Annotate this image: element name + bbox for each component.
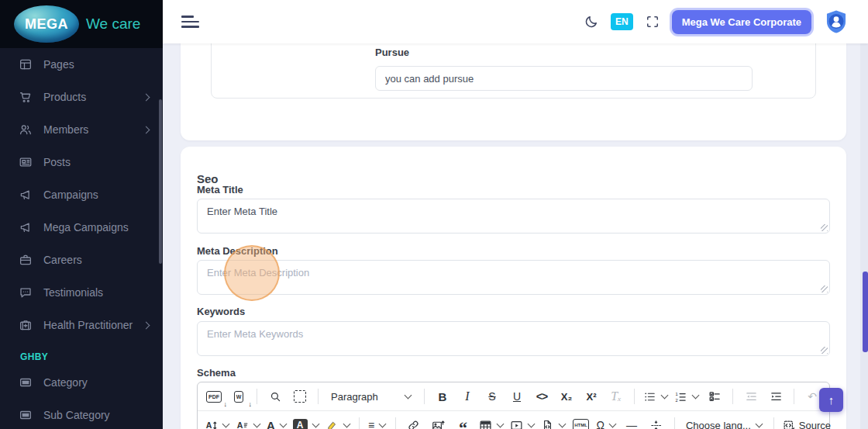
alignment-button[interactable]: ≡ [366,415,389,429]
top-header: EN Mega We Care Corporate [163,0,868,43]
highlight-button[interactable] [323,415,353,429]
toolbar-separator [424,389,425,404]
sidebar-section-label: GHBY [0,341,163,366]
export-pdf-button[interactable]: PDF [202,386,226,407]
indent-button[interactable] [764,386,787,407]
page-break-button[interactable] [645,415,668,429]
image-icon [432,419,445,429]
sidebar-item-pages[interactable]: Pages [0,48,163,81]
sidebar-menu: PagesProductsMembersPostsCampaignsMega C… [0,48,163,429]
horizontal-line-button[interactable]: — [620,415,643,429]
code-block-button[interactable] [539,415,568,429]
fontsize-icon: A [205,419,218,429]
sidebar-item-label: Members [43,123,88,136]
remove-format-button[interactable]: Tₓ [604,386,628,407]
sidebar-item-products[interactable]: Products [0,81,163,113]
sidebar-item-label: Category [43,376,88,389]
chevron-down-icon [496,420,504,428]
meta-description-input[interactable] [197,260,830,295]
html-embed-button[interactable]: HTML [570,415,593,429]
workspace-button[interactable]: Mega We Care Corporate [672,10,811,34]
scroll-to-top-button[interactable]: ↑ [819,388,843,412]
sidebar-item-category[interactable]: Category [0,366,163,399]
schema-richtext-editor: PDFWParagraphBISU<>X₂X²Tₓ12↶↷ AAAA≡“HTML… [197,382,830,429]
user-avatar[interactable] [823,9,849,35]
find-and-replace-button[interactable] [264,386,287,407]
megaphone-icon [19,188,33,202]
sidebar-item-members[interactable]: Members [0,113,163,146]
ol-icon: 12 [674,390,687,403]
pursue-input[interactable] [375,66,753,91]
insert-image-button[interactable] [427,415,450,429]
toolbar-separator [674,417,675,429]
select-all-button[interactable] [288,386,312,407]
media-embed-button[interactable] [508,415,537,429]
page-scrollbar-track[interactable] [860,43,868,429]
language-dropdown[interactable]: Choose lang... [681,415,767,429]
italic-button[interactable]: I [456,386,479,407]
source-button[interactable]: Source [780,415,833,429]
sidebar-item-sub-category[interactable]: Sub Category [0,399,163,429]
svg-text:A: A [206,420,212,429]
sidebar: MEGA We care PagesProductsMembersPostsCa… [0,0,163,429]
users-icon [19,123,33,137]
outdent-button[interactable] [739,386,763,407]
italic-button-glyph: I [465,390,469,403]
language-dropdown-label: Choose lang... [686,420,751,429]
toolbar-separator [794,389,794,404]
codeblock-icon [541,419,554,429]
dark-mode-moon-icon[interactable] [584,14,599,29]
font-family-button[interactable]: A [233,415,263,429]
svg-text:A: A [237,420,243,429]
code-button[interactable]: <> [530,386,553,407]
sidebar-item-careers[interactable]: Careers [0,244,163,276]
pagebreak-icon [649,419,663,429]
bulleted-list-button[interactable] [641,386,670,407]
sidebar-item-mega-campaigns[interactable]: Mega Campaigns [0,211,163,244]
font-size-button[interactable]: A [202,415,232,429]
logo-brand: MEGA [25,16,68,33]
font-background-button[interactable]: A [291,415,322,429]
select-all-button-icon [294,390,306,403]
font-color-button[interactable]: A [264,415,289,429]
sidebar-item-label: Mega Campaigns [43,221,129,234]
sidebar-item-campaigns[interactable]: Campaigns [0,178,163,211]
toolbar-separator [773,417,774,429]
underline-button[interactable]: U [505,386,529,407]
special-characters-button[interactable]: Ω [594,415,618,429]
highlight-icon [326,419,339,429]
sidebar-item-health-practitioner[interactable]: Health Practitioner [0,309,163,341]
chevron-down-icon [527,420,535,428]
export-word-button[interactable]: W [227,386,250,407]
block-quote-button[interactable]: “ [452,415,475,429]
link-icon [407,419,420,429]
subscript-button[interactable]: X₂ [555,386,578,407]
mega-logo: MEGA [14,5,79,43]
underline-button-glyph: U [513,391,521,402]
source-button-label: Source [799,420,831,429]
insert-table-button[interactable] [477,415,506,429]
keywords-input[interactable] [197,321,830,356]
sidebar-item-testimonials[interactable]: Testimonials [0,276,163,309]
pursue-label: Pursue [375,47,409,58]
meta-title-label: Meta Title [197,184,243,195]
superscript-button[interactable]: X² [580,386,603,407]
chevron-right-icon [143,321,150,329]
link-button[interactable] [402,415,425,429]
menu-toggle-icon[interactable] [181,16,199,27]
subscript-button-glyph: X₂ [561,392,572,402]
todo-icon [708,390,722,403]
sidebar-item-label: Posts [43,156,71,168]
fullscreen-icon[interactable] [645,14,660,29]
bold-button[interactable]: B [431,386,454,407]
chevron-down-icon [661,392,669,400]
numbered-list-button[interactable]: 12 [672,386,701,407]
paragraph-dropdown[interactable]: Paragraph [325,386,418,407]
language-badge[interactable]: EN [611,13,633,30]
sidebar-item-posts[interactable]: Posts [0,146,163,178]
sidebar-scrollbar[interactable] [159,99,162,264]
page-scrollbar-thumb[interactable] [863,272,868,352]
todo-list-button[interactable] [703,386,726,407]
strikethrough-button[interactable]: S [480,386,504,407]
meta-title-input[interactable] [197,199,830,234]
